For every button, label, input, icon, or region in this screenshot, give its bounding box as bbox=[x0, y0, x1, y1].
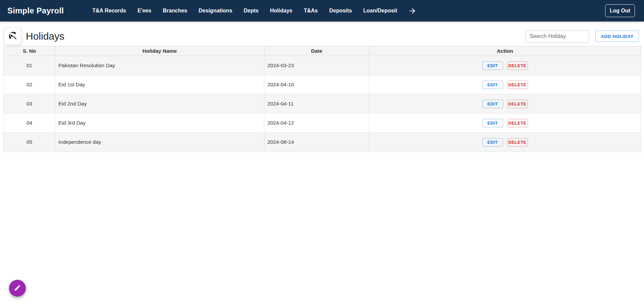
table-row: 04 Eid 3rd Day 2024-04-12 EDIT DELETE bbox=[4, 114, 641, 133]
cell-date: 2024-04-10 bbox=[264, 75, 369, 94]
cell-sno: 01 bbox=[4, 56, 55, 75]
cell-date: 2024-08-14 bbox=[264, 133, 369, 152]
page-title: Holidays bbox=[26, 31, 64, 42]
nav-item-holidays[interactable]: Holidays bbox=[264, 8, 298, 14]
cell-sno: 04 bbox=[4, 114, 55, 133]
delete-button[interactable]: DELETE bbox=[507, 119, 528, 127]
nav-item-branches[interactable]: Branches bbox=[157, 8, 193, 14]
column-header-name: Holiday Name bbox=[55, 46, 264, 56]
delete-button[interactable]: DELETE bbox=[507, 61, 528, 70]
arrow-forward-icon[interactable] bbox=[408, 7, 417, 15]
page-icon-card bbox=[4, 28, 21, 45]
edit-button[interactable]: EDIT bbox=[482, 138, 503, 146]
header-actions: ADD HOLIDAY bbox=[525, 30, 639, 43]
cell-action: EDIT DELETE bbox=[369, 133, 641, 152]
cell-action: EDIT DELETE bbox=[369, 56, 641, 75]
column-header-date: Date bbox=[264, 46, 369, 56]
cell-holiday-name: Pakistan Resolution Day bbox=[55, 56, 264, 75]
cell-action: EDIT DELETE bbox=[369, 114, 641, 133]
table-row: 01 Pakistan Resolution Day 2024-03-23 ED… bbox=[4, 56, 641, 75]
cell-sno: 03 bbox=[4, 94, 55, 114]
edit-button[interactable]: EDIT bbox=[482, 100, 503, 108]
cell-action: EDIT DELETE bbox=[369, 75, 641, 94]
add-holiday-button[interactable]: ADD HOLIDAY bbox=[595, 31, 639, 42]
table-row: 03 Eid 2nd Day 2024-04-11 EDIT DELETE bbox=[4, 94, 641, 114]
beach-umbrella-icon bbox=[8, 31, 18, 42]
cell-holiday-name: Eid 3rd Day bbox=[55, 114, 264, 133]
cell-holiday-name: Independence day bbox=[55, 133, 264, 152]
edit-button[interactable]: EDIT bbox=[482, 61, 503, 70]
edit-fab-button[interactable] bbox=[9, 280, 26, 297]
edit-button[interactable]: EDIT bbox=[482, 81, 503, 89]
top-navbar: Simple Payroll T&A Records E'ees Branche… bbox=[0, 0, 644, 21]
pencil-icon bbox=[14, 284, 21, 293]
cell-date: 2024-04-11 bbox=[264, 94, 369, 114]
app-brand: Simple Payroll bbox=[7, 6, 64, 15]
table-row: 05 Independence day 2024-08-14 EDIT DELE… bbox=[4, 133, 641, 152]
delete-button[interactable]: DELETE bbox=[507, 81, 528, 89]
nav-item-loan-deposit[interactable]: Loan/Deposit bbox=[358, 8, 403, 14]
nav-item-deposits[interactable]: Deposits bbox=[323, 8, 358, 14]
nav-item-ta-records[interactable]: T&A Records bbox=[87, 8, 132, 14]
cell-holiday-name: Eid 2nd Day bbox=[55, 94, 264, 114]
cell-holiday-name: Eid 1st Day bbox=[55, 75, 264, 94]
nav-item-designations[interactable]: Designations bbox=[193, 8, 238, 14]
cell-date: 2024-04-12 bbox=[264, 114, 369, 133]
cell-date: 2024-03-23 bbox=[264, 56, 369, 75]
nav-item-eees[interactable]: E'ees bbox=[132, 8, 157, 14]
logout-button[interactable]: Log Out bbox=[605, 4, 635, 17]
cell-sno: 05 bbox=[4, 133, 55, 152]
column-header-sno: S. No bbox=[4, 46, 55, 56]
nav-item-tas[interactable]: T&As bbox=[298, 8, 324, 14]
edit-button[interactable]: EDIT bbox=[482, 119, 503, 127]
page-header: Holidays ADD HOLIDAY bbox=[0, 21, 644, 46]
nav-links: T&A Records E'ees Branches Designations … bbox=[87, 7, 417, 15]
cell-action: EDIT DELETE bbox=[369, 94, 641, 114]
search-input[interactable] bbox=[525, 30, 589, 43]
holidays-table: S. No Holiday Name Date Action 01 Pakist… bbox=[3, 46, 641, 152]
cell-sno: 02 bbox=[4, 75, 55, 94]
nav-item-depts[interactable]: Depts bbox=[238, 8, 264, 14]
table-header-row: S. No Holiday Name Date Action bbox=[4, 46, 641, 56]
table-row: 02 Eid 1st Day 2024-04-10 EDIT DELETE bbox=[4, 75, 641, 94]
delete-button[interactable]: DELETE bbox=[507, 138, 528, 146]
delete-button[interactable]: DELETE bbox=[507, 100, 528, 108]
column-header-action: Action bbox=[369, 46, 641, 56]
